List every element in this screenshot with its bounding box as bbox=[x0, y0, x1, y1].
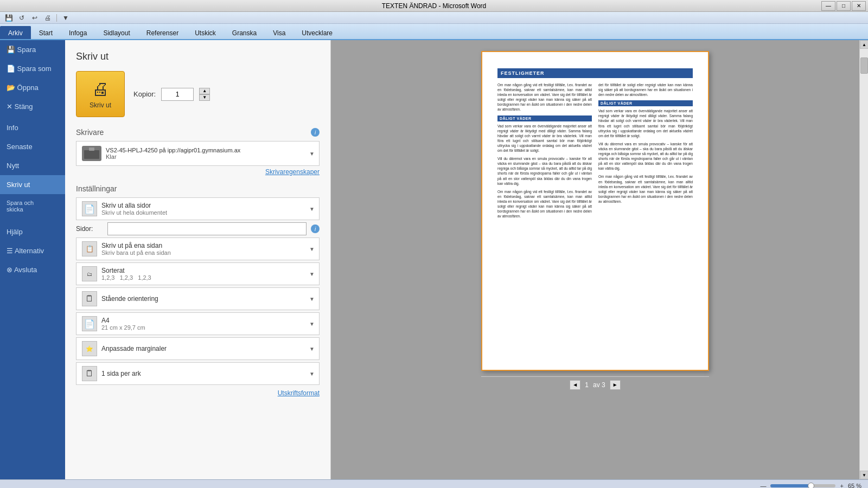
sidebar-item-oppna[interactable]: 📂 Öppna bbox=[0, 78, 65, 97]
sidebar-item-nytt[interactable]: Nytt bbox=[0, 156, 65, 175]
tab-utvecklare[interactable]: Utvecklare bbox=[293, 26, 341, 39]
setting-sorted-arrow: ▼ bbox=[309, 271, 315, 277]
doc-para-1-2: Vad som verkar vara en överväldigande ma… bbox=[497, 124, 592, 153]
sidor-input[interactable] bbox=[107, 222, 307, 235]
tab-start[interactable]: Start bbox=[31, 26, 61, 39]
setting-margins-icon: ⭐ bbox=[82, 341, 97, 356]
sidebar-item-avsluta[interactable]: ⊗ Avsluta bbox=[0, 260, 65, 279]
setting-one-side-icon: 📋 bbox=[82, 241, 97, 256]
sidor-row: Sidor: i bbox=[76, 222, 320, 235]
printer-name: VS2-45-HPLJ-4250 på ipp://agipr01.gymnas… bbox=[106, 147, 240, 153]
setting-margins[interactable]: ⭐ Anpassade marginaler ▼ bbox=[76, 337, 320, 360]
preview-area: FESTLIGHETER Om man någon gång vid ett f… bbox=[331, 40, 859, 479]
print-button[interactable]: 🖨 Skriv ut bbox=[76, 71, 125, 117]
kopior-input[interactable] bbox=[161, 88, 194, 101]
utskriftsformat-link[interactable]: Utskriftsformat bbox=[278, 389, 320, 397]
scroll-track bbox=[860, 49, 868, 471]
qa-print-button[interactable]: 🖨 bbox=[42, 13, 53, 23]
qa-separator bbox=[56, 14, 57, 22]
installningar-section-header: Inställningar bbox=[76, 184, 320, 193]
minimize-button[interactable]: — bbox=[821, 1, 835, 11]
qa-save-button[interactable]: 💾 bbox=[3, 13, 14, 23]
setting-all-pages-text: Skriv ut alla sidor Skriv ut hela dokume… bbox=[101, 202, 167, 216]
sidebar-item-stang[interactable]: ✕ Stäng bbox=[0, 97, 65, 116]
sidebar-item-spara-som[interactable]: 📄 Spara som bbox=[0, 59, 65, 78]
zoom-handle[interactable] bbox=[808, 483, 814, 489]
setting-paper[interactable]: 📄 A4 21 cm x 29,7 cm ▼ bbox=[76, 312, 320, 335]
qa-undo-button[interactable]: ↺ bbox=[16, 13, 27, 23]
setting-one-side-text: Skriv ut på ena sidan Skriv bara ut på e… bbox=[101, 242, 171, 256]
setting-orientation[interactable]: 🗒 Stående orientering ▼ bbox=[76, 287, 320, 310]
of-pages: av 3 bbox=[593, 381, 605, 389]
kopior-label: Kopior: bbox=[133, 90, 156, 98]
printer-dropdown-arrow: ▼ bbox=[309, 151, 315, 157]
doc-col-2: det för tillfället är soligt eller regni… bbox=[598, 82, 693, 222]
setting-all-pages-icon: 📄 bbox=[82, 201, 97, 216]
prev-page-button[interactable]: ◄ bbox=[570, 380, 580, 390]
setting-one-side[interactable]: 📋 Skriv ut på ena sidan Skriv bara ut på… bbox=[76, 237, 320, 260]
doc-section-2-heading-col2: DÅLIGT VÄDER bbox=[598, 100, 693, 106]
tab-referenser[interactable]: Referenser bbox=[138, 26, 187, 39]
kopior-row: Kopior: ▲ ▼ bbox=[133, 88, 210, 101]
utskriftsformat-link-area: Utskriftsformat bbox=[76, 389, 320, 397]
printer-status: Klar bbox=[106, 153, 240, 160]
print-panel: Skriv ut 🖨 Skriv ut Kopior: ▲ ▼ Skriva bbox=[65, 40, 331, 479]
print-button-label: Skriv ut bbox=[90, 101, 111, 109]
preview-container: FESTLIGHETER Om man någon gång vid ett f… bbox=[331, 40, 868, 479]
doc-col-1: Om man någon gång vid ett festligt tillf… bbox=[497, 82, 592, 222]
page-preview: FESTLIGHETER Om man någon gång vid ett f… bbox=[481, 51, 709, 371]
title-bar: TEXTEN ÄNDRAD - Microsoft Word — □ ✕ bbox=[0, 0, 868, 12]
tab-granska[interactable]: Granska bbox=[224, 26, 265, 39]
tab-sidlayout[interactable]: Sidlayout bbox=[95, 26, 138, 39]
qa-more-button[interactable]: ▼ bbox=[60, 13, 71, 23]
kopior-down-button[interactable]: ▼ bbox=[199, 94, 210, 101]
doc-para-2-1: det för tillfället är soligt eller regni… bbox=[598, 82, 693, 97]
qa-redo-button[interactable]: ↩ bbox=[29, 13, 40, 23]
setting-all-pages[interactable]: 📄 Skriv ut alla sidor Skriv ut hela doku… bbox=[76, 197, 320, 220]
sidebar-item-skriv-ut[interactable]: Skriv ut bbox=[0, 175, 65, 194]
sidebar: 💾 Spara 📄 Spara som 📂 Öppna ✕ Stäng Info… bbox=[0, 40, 65, 479]
close-button[interactable]: ✕ bbox=[852, 1, 866, 11]
setting-pages-per-sheet[interactable]: 🗒 1 sida per ark ▼ bbox=[76, 362, 320, 385]
skrivaregenskaper-link[interactable]: Skrivaregenskaper bbox=[265, 168, 320, 176]
kopior-up-button[interactable]: ▲ bbox=[199, 88, 210, 94]
scroll-down-button[interactable]: ▼ bbox=[860, 471, 868, 479]
sidor-label: Sidor: bbox=[76, 225, 103, 233]
setting-orientation-text: Stående orientering bbox=[101, 295, 158, 303]
setting-paper-arrow: ▼ bbox=[309, 321, 315, 327]
printer-selector[interactable]: VS2-45-HPLJ-4250 på ipp://agipr01.gymnas… bbox=[76, 141, 320, 166]
sidebar-item-spara[interactable]: 💾 Spara bbox=[0, 40, 65, 59]
sidebar-item-info[interactable]: Info bbox=[0, 118, 65, 137]
tab-infoga[interactable]: Infoga bbox=[61, 26, 95, 39]
tab-utskick[interactable]: Utskick bbox=[187, 26, 224, 39]
sidebar-item-hjalp[interactable]: Hjälp bbox=[0, 222, 65, 241]
doc-para-1-1: Om man någon gång vid ett festligt tillf… bbox=[497, 82, 592, 112]
sidor-info-icon[interactable]: i bbox=[311, 224, 320, 233]
skrivare-info-icon[interactable]: i bbox=[311, 128, 320, 137]
setting-sorted[interactable]: 🗂 Sorterat 1,2,3 1,2,3 1,2,3 ▼ bbox=[76, 262, 320, 285]
zoom-minus-button[interactable]: — bbox=[760, 483, 766, 489]
setting-pages-per-sheet-text: 1 sida per ark bbox=[101, 370, 141, 377]
doc-para-1-3: Vill du däremot vara en smula provocativ… bbox=[497, 156, 592, 186]
vertical-scrollbar[interactable]: ▲ ▼ bbox=[859, 40, 868, 479]
zoom-slider[interactable] bbox=[770, 484, 835, 487]
printer-icon bbox=[82, 146, 101, 161]
sidebar-item-senaste[interactable]: Senaste bbox=[0, 137, 65, 156]
sidebar-item-alternativ[interactable]: ☰ Alternativ bbox=[0, 241, 65, 260]
tab-visa[interactable]: Visa bbox=[265, 26, 293, 39]
setting-paper-text: A4 21 cm x 29,7 cm bbox=[101, 317, 145, 331]
scroll-thumb[interactable] bbox=[860, 57, 868, 74]
setting-pages-per-sheet-icon: 🗒 bbox=[82, 366, 97, 381]
scroll-up-button[interactable]: ▲ bbox=[860, 40, 868, 49]
sidebar-item-spara-skicka[interactable]: Spara ochskicka bbox=[0, 194, 65, 218]
tab-arkiv[interactable]: Arkiv bbox=[0, 26, 31, 39]
print-panel-title: Skriv ut bbox=[76, 51, 320, 62]
setting-orientation-arrow: ▼ bbox=[309, 296, 315, 302]
window-controls: — □ ✕ bbox=[821, 1, 866, 11]
maximize-button[interactable]: □ bbox=[837, 1, 851, 11]
zoom-plus-button[interactable]: + bbox=[840, 483, 843, 489]
installningar-label: Inställningar bbox=[76, 184, 117, 193]
setting-sorted-icon: 🗂 bbox=[82, 266, 97, 281]
setting-one-side-arrow: ▼ bbox=[309, 246, 315, 252]
next-page-button[interactable]: ► bbox=[610, 380, 621, 390]
